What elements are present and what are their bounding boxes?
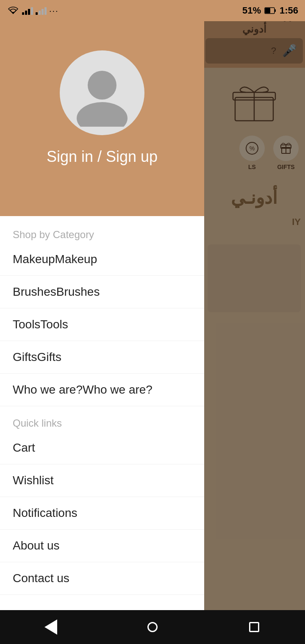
svg-rect-12 [265, 8, 270, 13]
battery-icon [264, 7, 276, 14]
recents-button[interactable] [241, 614, 267, 640]
drawer-overlay[interactable] [203, 0, 305, 644]
avatar-icon [68, 59, 136, 127]
link-wishlist-label: Wishlist [13, 474, 53, 487]
sign-in-button[interactable]: Sign in / Sign up [47, 148, 158, 166]
category-brushes[interactable]: BrushesBrushes [0, 276, 204, 308]
link-notifications[interactable]: Notifications [0, 497, 204, 529]
more-dots: ··· [49, 6, 59, 16]
category-who-we-are-label: Who we are?Who we are? [13, 383, 152, 397]
back-icon [44, 619, 57, 635]
side-drawer: Sign in / Sign up Shop by Category Makeu… [0, 0, 204, 644]
avatar [60, 50, 144, 135]
link-cart[interactable]: Cart [0, 432, 204, 464]
category-makeup-label: MakeupMakeup [13, 253, 97, 266]
category-tools[interactable]: ToolsTools [0, 308, 204, 341]
status-bar: ··· 51% 1:56 [0, 0, 305, 21]
svg-rect-11 [274, 9, 276, 12]
status-bar-right: 51% 1:56 [242, 5, 298, 16]
svg-point-13 [88, 71, 116, 100]
link-notifications-label: Notifications [13, 506, 78, 520]
link-about-us[interactable]: About us [0, 530, 204, 562]
wifi-icon [7, 6, 19, 15]
shop-by-category-label: Shop by Category [0, 225, 204, 243]
divider-5 [0, 406, 204, 406]
category-gifts[interactable]: GiftsGifts [0, 341, 204, 373]
time-display: 1:56 [280, 5, 298, 16]
link-contact-us[interactable]: Contact us [0, 562, 204, 594]
category-brushes-label: BrushesBrushes [13, 285, 100, 299]
link-wishlist[interactable]: Wishlist [0, 464, 204, 497]
drawer-header[interactable]: Sign in / Sign up [0, 0, 204, 216]
home-button[interactable] [140, 614, 165, 640]
signal-icon-1 [22, 6, 33, 15]
category-who-we-are[interactable]: Who we are?Who we are? [0, 374, 204, 406]
bottom-navigation [0, 610, 305, 644]
category-tools-label: ToolsTools [13, 318, 68, 331]
category-makeup[interactable]: MakeupMakeup [0, 243, 204, 275]
status-bar-left: ··· [7, 6, 59, 16]
drawer-content: Shop by Category MakeupMakeup BrushesBru… [0, 216, 204, 644]
link-cart-label: Cart [13, 441, 35, 455]
link-contact-us-label: Contact us [13, 572, 69, 585]
svg-point-14 [77, 102, 128, 127]
back-button[interactable] [38, 614, 64, 640]
recents-icon [249, 622, 259, 632]
link-about-us-label: About us [13, 539, 60, 552]
category-gifts-label: GiftsGifts [13, 350, 61, 364]
battery-percent: 51% [242, 5, 261, 16]
quick-links-label: Quick links [0, 413, 204, 432]
signal-icon-2 [36, 6, 47, 15]
home-icon [147, 622, 158, 632]
